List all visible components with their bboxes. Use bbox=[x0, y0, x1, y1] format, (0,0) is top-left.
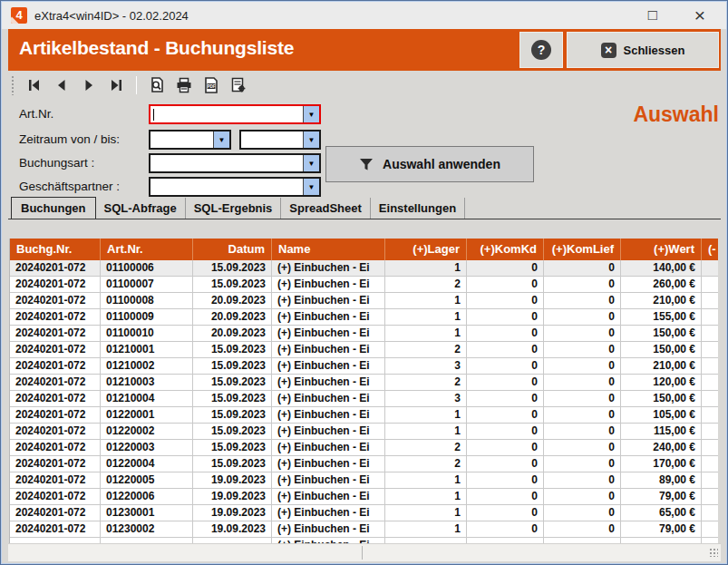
table-cell: 01100009 bbox=[101, 309, 193, 326]
toolbar-separator bbox=[136, 76, 137, 94]
table-cell bbox=[702, 309, 718, 326]
app-logo-icon: 4 bbox=[11, 7, 27, 24]
table-cell: 0 bbox=[544, 309, 621, 326]
print-button[interactable] bbox=[173, 75, 195, 95]
column-header[interactable]: Datum bbox=[193, 239, 272, 260]
resize-grip[interactable] bbox=[709, 548, 718, 557]
table-header-row: Buchg.Nr.Art.Nr.DatumName(+)Lager(+)KomK… bbox=[10, 239, 718, 260]
table-row[interactable]: 20240201-0720110000920.09.2023(+) Einbuc… bbox=[10, 309, 718, 326]
table-cell bbox=[702, 472, 718, 489]
chevron-down-icon[interactable]: ▼ bbox=[303, 106, 319, 122]
chevron-down-icon[interactable]: ▼ bbox=[303, 179, 319, 195]
table-cell: (+) Einbuchen - Ei bbox=[272, 293, 385, 309]
buchungsart-combobox[interactable]: ▼ bbox=[149, 153, 321, 173]
table-cell: 170,00 € bbox=[621, 456, 702, 472]
geschaeftspartner-label: Geschäftspartner : bbox=[19, 180, 120, 193]
tab-sql-abfrage[interactable]: SQL-Abfrage bbox=[96, 198, 186, 219]
table-row[interactable]: 20240201-0720122000315.09.2023(+) Einbuc… bbox=[10, 440, 718, 456]
table-cell: 0 bbox=[544, 472, 621, 489]
tab-spreadsheet[interactable]: SpreadSheet bbox=[281, 198, 370, 219]
column-header[interactable]: Buchg.Nr. bbox=[10, 239, 101, 260]
column-header[interactable]: (+)Wert bbox=[621, 239, 702, 260]
table-row[interactable]: 20240201-0720110000615.09.2023(+) Einbuc… bbox=[10, 260, 718, 277]
table-cell bbox=[702, 326, 718, 342]
tab-buchungen[interactable]: Buchungen bbox=[11, 197, 96, 219]
table-row[interactable]: 20240201-0720121000115.09.2023(+) Einbuc… bbox=[10, 342, 718, 358]
table-row[interactable]: 20240201-0720110000715.09.2023(+) Einbuc… bbox=[10, 277, 718, 293]
tab-einstellungen[interactable]: Einstellungen bbox=[371, 198, 465, 219]
maximize-icon[interactable]: □ bbox=[643, 5, 663, 25]
table-cell: 0 bbox=[544, 375, 621, 391]
column-header[interactable]: (- bbox=[702, 239, 718, 260]
schliessen-button[interactable]: × Schliessen bbox=[567, 32, 719, 68]
table-cell: 0 bbox=[467, 489, 544, 505]
table-row[interactable]: 20240201-0720123000219.09.2023(+) Einbuc… bbox=[10, 521, 718, 538]
report-settings-button[interactable] bbox=[228, 75, 249, 95]
table-cell: 0 bbox=[544, 391, 621, 407]
table-cell: 0 bbox=[544, 424, 621, 440]
table-cell: 20240201-072 bbox=[10, 472, 101, 489]
table-cell: 115,00 € bbox=[621, 424, 702, 440]
table-cell: 3 bbox=[385, 391, 467, 407]
tab-sql-ergebnis[interactable]: SQL-Ergebnis bbox=[186, 198, 282, 219]
chevron-down-icon[interactable]: ▼ bbox=[303, 132, 319, 148]
geschaeftspartner-combobox[interactable]: ▼ bbox=[149, 177, 321, 197]
column-header[interactable]: Art.Nr. bbox=[101, 239, 193, 260]
horizontal-scrollbar[interactable] bbox=[8, 543, 721, 561]
table-cell: 01210002 bbox=[101, 358, 193, 375]
table-cell bbox=[702, 440, 718, 456]
chevron-down-icon[interactable]: ▼ bbox=[213, 132, 229, 148]
nav-prev-button[interactable] bbox=[51, 75, 73, 95]
pdf-export-icon: PDF bbox=[203, 77, 219, 93]
table-row[interactable]: 20240201-0720122000415.09.2023(+) Einbuc… bbox=[10, 456, 718, 472]
close-icon[interactable]: × bbox=[690, 5, 710, 25]
table-row[interactable]: 20240201-0720110000820.09.2023(+) Einbuc… bbox=[10, 293, 718, 309]
table-cell: 19.09.2023 bbox=[193, 521, 272, 538]
column-header[interactable]: (+)Lager bbox=[385, 239, 467, 260]
nav-first-button[interactable] bbox=[24, 75, 45, 95]
table-cell: 1 bbox=[385, 521, 467, 538]
table-row[interactable]: 20240201-0720121000315.09.2023(+) Einbuc… bbox=[10, 375, 718, 391]
table-cell: 0 bbox=[544, 489, 621, 505]
table-row[interactable]: 20240201-0720110001020.09.2023(+) Einbuc… bbox=[10, 326, 718, 342]
table-row[interactable]: 20240201-0720122000115.09.2023(+) Einbuc… bbox=[10, 407, 718, 424]
title-bar[interactable]: 4 eXtra4<win4ID> - 02.02.2024 □ × bbox=[2, 2, 726, 29]
table-row[interactable]: 20240201-0720122000215.09.2023(+) Einbuc… bbox=[10, 424, 718, 440]
nav-last-button[interactable] bbox=[105, 75, 127, 95]
app-window: 4 eXtra4<win4ID> - 02.02.2024 □ × Artike… bbox=[0, 0, 728, 565]
print-preview-button[interactable] bbox=[146, 75, 168, 95]
table-cell bbox=[702, 358, 718, 375]
artnr-combobox[interactable]: ▼ bbox=[149, 104, 321, 124]
table-row[interactable]: 20240201-0720121000415.09.2023(+) Einbuc… bbox=[10, 391, 718, 407]
auswahl-anwenden-button[interactable]: Auswahl anwenden bbox=[325, 146, 534, 182]
table-cell: 210,00 € bbox=[621, 293, 702, 309]
chevron-down-icon[interactable]: ▼ bbox=[303, 155, 319, 171]
table-cell bbox=[702, 260, 718, 277]
table-cell bbox=[702, 293, 718, 309]
column-header[interactable]: (+)KomKd bbox=[467, 239, 544, 260]
zeitraum-von-combobox[interactable]: ▼ bbox=[149, 130, 231, 150]
toolbar-grip[interactable] bbox=[11, 75, 15, 95]
table-cell: (+) Einbuchen - Ei bbox=[272, 472, 385, 489]
scrollbar-thumb-edge bbox=[362, 546, 363, 560]
table-cell: (+) Einbuchen - Ei bbox=[272, 326, 385, 342]
table-cell: 15.09.2023 bbox=[193, 391, 272, 407]
column-header[interactable]: Name bbox=[272, 239, 385, 260]
help-button[interactable]: ? bbox=[519, 32, 563, 68]
table-cell: 19.09.2023 bbox=[193, 489, 272, 505]
pdf-export-button[interactable]: PDF bbox=[200, 75, 222, 95]
nav-next-button[interactable] bbox=[78, 75, 100, 95]
table-cell: (+) Einbuchen - Ei bbox=[272, 260, 385, 277]
zeitraum-bis-combobox[interactable]: ▼ bbox=[239, 130, 321, 150]
column-header[interactable]: (+)KomLief bbox=[544, 239, 621, 260]
table-body: 20240201-0720110000615.09.2023(+) Einbuc… bbox=[10, 260, 718, 543]
table-row[interactable]: 20240201-0720122000519.09.2023(+) Einbuc… bbox=[10, 472, 718, 489]
table-cell: (+) Einbuchen - Ei bbox=[272, 277, 385, 293]
nav-last-icon bbox=[109, 79, 123, 92]
table-row[interactable]: 20240201-0720121000215.09.2023(+) Einbuc… bbox=[10, 358, 718, 375]
table-row[interactable]: 20240201-0720122000619.09.2023(+) Einbuc… bbox=[10, 489, 718, 505]
schliessen-label: Schliessen bbox=[624, 44, 685, 57]
table-row[interactable]: 20240201-0720123000119.09.2023(+) Einbuc… bbox=[10, 505, 718, 521]
table-cell: 2 bbox=[385, 375, 467, 391]
table-cell: 20240201-072 bbox=[10, 521, 101, 538]
